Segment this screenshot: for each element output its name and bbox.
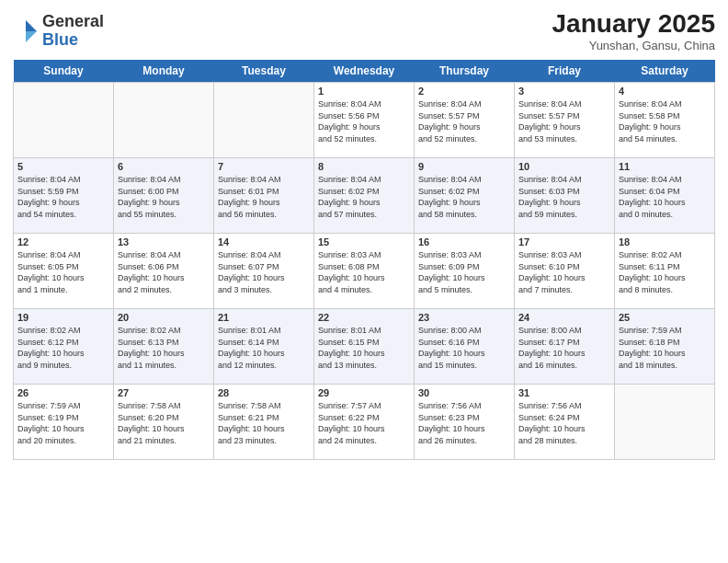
calendar-cell: 26Sunrise: 7:59 AMSunset: 6:19 PMDayligh… — [14, 385, 114, 460]
calendar-cell — [615, 385, 715, 460]
day-info: Sunrise: 8:02 AMSunset: 6:12 PMDaylight:… — [17, 325, 109, 371]
day-info: Sunrise: 8:02 AMSunset: 6:13 PMDaylight:… — [118, 325, 210, 371]
calendar-cell: 30Sunrise: 7:56 AMSunset: 6:23 PMDayligh… — [415, 385, 515, 460]
calendar-table: SundayMondayTuesdayWednesdayThursdayFrid… — [13, 60, 715, 460]
calendar-cell: 28Sunrise: 7:58 AMSunset: 6:21 PMDayligh… — [214, 385, 314, 460]
day-number: 22 — [318, 312, 410, 323]
day-number: 7 — [218, 161, 310, 172]
logo-blue: Blue — [42, 31, 104, 50]
logo-text: General Blue — [42, 13, 104, 50]
day-info: Sunrise: 8:03 AMSunset: 6:09 PMDaylight:… — [418, 249, 510, 295]
calendar-cell: 12Sunrise: 8:04 AMSunset: 6:05 PMDayligh… — [14, 234, 114, 309]
calendar-cell: 21Sunrise: 8:01 AMSunset: 6:14 PMDayligh… — [214, 309, 314, 385]
day-number: 21 — [218, 312, 310, 323]
day-header-monday: Monday — [114, 60, 214, 83]
day-number: 24 — [518, 312, 610, 323]
calendar-cell: 13Sunrise: 8:04 AMSunset: 6:06 PMDayligh… — [114, 234, 214, 309]
calendar-cell: 20Sunrise: 8:02 AMSunset: 6:13 PMDayligh… — [114, 309, 214, 385]
calendar-cell: 8Sunrise: 8:04 AMSunset: 6:02 PMDaylight… — [314, 158, 415, 234]
day-number: 15 — [318, 236, 410, 247]
day-header-saturday: Saturday — [615, 60, 715, 83]
day-info: Sunrise: 8:04 AMSunset: 6:02 PMDaylight:… — [418, 174, 510, 220]
month-title: January 2025 — [552, 9, 715, 39]
day-number: 8 — [318, 161, 410, 172]
calendar-cell — [214, 83, 314, 158]
day-info: Sunrise: 8:04 AMSunset: 5:59 PMDaylight:… — [17, 174, 109, 220]
day-info: Sunrise: 7:58 AMSunset: 6:20 PMDaylight:… — [118, 400, 210, 446]
calendar-cell: 18Sunrise: 8:02 AMSunset: 6:11 PMDayligh… — [615, 234, 715, 309]
day-number: 26 — [17, 387, 109, 398]
title-block: January 2025 Yunshan, Gansu, China — [552, 9, 715, 52]
calendar-cell: 22Sunrise: 8:01 AMSunset: 6:15 PMDayligh… — [314, 309, 415, 385]
day-info: Sunrise: 8:01 AMSunset: 6:14 PMDaylight:… — [218, 325, 310, 371]
day-info: Sunrise: 8:04 AMSunset: 6:00 PMDaylight:… — [118, 174, 210, 220]
day-number: 28 — [218, 387, 310, 398]
week-row-4: 19Sunrise: 8:02 AMSunset: 6:12 PMDayligh… — [14, 309, 715, 385]
calendar-cell: 7Sunrise: 8:04 AMSunset: 6:01 PMDaylight… — [214, 158, 314, 234]
calendar-cell: 2Sunrise: 8:04 AMSunset: 5:57 PMDaylight… — [415, 83, 515, 158]
day-number: 1 — [318, 86, 410, 97]
calendar-cell: 25Sunrise: 7:59 AMSunset: 6:18 PMDayligh… — [615, 309, 715, 385]
week-row-1: 1Sunrise: 8:04 AMSunset: 5:56 PMDaylight… — [14, 83, 715, 158]
day-number: 10 — [518, 161, 610, 172]
day-info: Sunrise: 8:04 AMSunset: 5:58 PMDaylight:… — [619, 98, 711, 144]
day-header-wednesday: Wednesday — [314, 60, 415, 83]
day-info: Sunrise: 8:04 AMSunset: 6:04 PMDaylight:… — [619, 174, 711, 220]
day-number: 31 — [518, 387, 610, 398]
calendar-cell: 24Sunrise: 8:00 AMSunset: 6:17 PMDayligh… — [515, 309, 615, 385]
calendar-cell: 4Sunrise: 8:04 AMSunset: 5:58 PMDaylight… — [615, 83, 715, 158]
day-header-sunday: Sunday — [14, 60, 114, 83]
logo-general: General — [42, 13, 104, 31]
day-info: Sunrise: 8:02 AMSunset: 6:11 PMDaylight:… — [619, 249, 711, 295]
day-number: 12 — [17, 236, 109, 247]
calendar-cell: 6Sunrise: 8:04 AMSunset: 6:00 PMDaylight… — [114, 158, 214, 234]
day-number: 27 — [118, 387, 210, 398]
calendar-page: General Blue January 2025 Yunshan, Gansu… — [0, 0, 728, 563]
day-number: 30 — [418, 387, 510, 398]
calendar-cell: 19Sunrise: 8:02 AMSunset: 6:12 PMDayligh… — [14, 309, 114, 385]
day-number: 14 — [218, 236, 310, 247]
calendar-cell: 15Sunrise: 8:03 AMSunset: 6:08 PMDayligh… — [314, 234, 415, 309]
day-number: 18 — [619, 236, 711, 247]
day-header-thursday: Thursday — [415, 60, 515, 83]
calendar-cell: 1Sunrise: 8:04 AMSunset: 5:56 PMDaylight… — [314, 83, 415, 158]
calendar-cell: 16Sunrise: 8:03 AMSunset: 6:09 PMDayligh… — [415, 234, 515, 309]
day-number: 17 — [518, 236, 610, 247]
day-info: Sunrise: 7:56 AMSunset: 6:23 PMDaylight:… — [418, 400, 510, 446]
day-number: 4 — [619, 86, 711, 97]
day-number: 13 — [118, 236, 210, 247]
calendar-cell: 14Sunrise: 8:04 AMSunset: 6:07 PMDayligh… — [214, 234, 314, 309]
day-info: Sunrise: 8:03 AMSunset: 6:10 PMDaylight:… — [518, 249, 610, 295]
location-subtitle: Yunshan, Gansu, China — [552, 39, 715, 52]
calendar-cell: 23Sunrise: 8:00 AMSunset: 6:16 PMDayligh… — [415, 309, 515, 385]
day-info: Sunrise: 8:01 AMSunset: 6:15 PMDaylight:… — [318, 325, 410, 371]
day-info: Sunrise: 7:59 AMSunset: 6:18 PMDaylight:… — [619, 325, 711, 371]
day-header-friday: Friday — [515, 60, 615, 83]
week-row-2: 5Sunrise: 8:04 AMSunset: 5:59 PMDaylight… — [14, 158, 715, 234]
day-number: 3 — [518, 86, 610, 97]
day-number: 2 — [418, 86, 510, 97]
calendar-cell: 11Sunrise: 8:04 AMSunset: 6:04 PMDayligh… — [615, 158, 715, 234]
calendar-cell: 27Sunrise: 7:58 AMSunset: 6:20 PMDayligh… — [114, 385, 214, 460]
day-number: 6 — [118, 161, 210, 172]
header: General Blue January 2025 Yunshan, Gansu… — [13, 9, 715, 52]
day-number: 16 — [418, 236, 510, 247]
logo: General Blue — [13, 13, 104, 50]
day-info: Sunrise: 8:04 AMSunset: 6:06 PMDaylight:… — [118, 249, 210, 295]
day-info: Sunrise: 7:56 AMSunset: 6:24 PMDaylight:… — [518, 400, 610, 446]
day-number: 5 — [17, 161, 109, 172]
day-number: 11 — [619, 161, 711, 172]
day-info: Sunrise: 8:04 AMSunset: 5:57 PMDaylight:… — [518, 98, 610, 144]
day-info: Sunrise: 8:04 AMSunset: 5:57 PMDaylight:… — [418, 98, 510, 144]
calendar-cell: 9Sunrise: 8:04 AMSunset: 6:02 PMDaylight… — [415, 158, 515, 234]
calendar-cell — [114, 83, 214, 158]
calendar-cell: 5Sunrise: 8:04 AMSunset: 5:59 PMDaylight… — [14, 158, 114, 234]
day-info: Sunrise: 8:04 AMSunset: 6:01 PMDaylight:… — [218, 174, 310, 220]
calendar-cell: 17Sunrise: 8:03 AMSunset: 6:10 PMDayligh… — [515, 234, 615, 309]
days-header-row: SundayMondayTuesdayWednesdayThursdayFrid… — [14, 60, 715, 83]
day-info: Sunrise: 8:00 AMSunset: 6:16 PMDaylight:… — [418, 325, 510, 371]
day-info: Sunrise: 7:58 AMSunset: 6:21 PMDaylight:… — [218, 400, 310, 446]
logo-icon — [13, 18, 39, 44]
svg-marker-0 — [26, 20, 37, 31]
calendar-cell: 29Sunrise: 7:57 AMSunset: 6:22 PMDayligh… — [314, 385, 415, 460]
